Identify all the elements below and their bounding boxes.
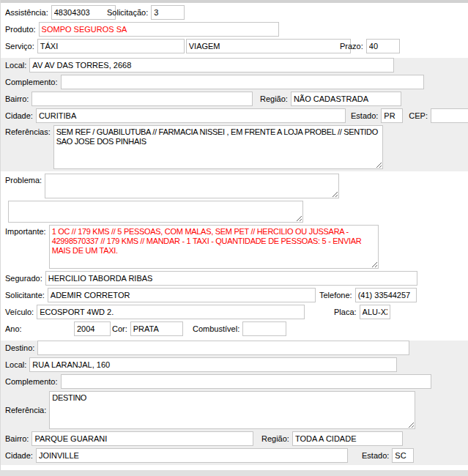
row-bairro-origem: Bairro: Região: [1,92,468,106]
produto-input[interactable] [39,22,279,37]
referencia-destino-label: Referência: [5,406,46,414]
destino-label: Destino: [5,343,34,352]
row-observacao [1,201,468,223]
cidade-label: Cidade: [5,111,33,120]
local-destino-input[interactable] [29,357,397,372]
estado-destino-label: Estado: [362,451,389,460]
regiao-destino-group: Região: [261,431,403,446]
produto-label: Produto: [5,25,36,34]
veiculo-input[interactable] [37,305,305,319]
destino-input[interactable] [37,341,409,355]
veiculo-label: Veículo: [5,308,34,316]
cor-input[interactable] [130,321,183,336]
referencias-textarea[interactable]: SEM REF / GUABILUTUBA // FARMACIA NISSEI… [53,125,383,169]
row-servico: Serviço: Prazo: [1,39,468,53]
complemento-label: Complemento: [5,78,58,86]
observacao-textarea[interactable] [8,201,303,223]
regiao-destino-input[interactable] [292,431,403,446]
row-segurado: Segurado: [1,271,468,286]
problema-textarea[interactable] [45,174,339,198]
placa-group: Placa: [334,305,390,319]
cep-label: CEP: [409,111,428,120]
importante-textarea[interactable]: 1 OC // 179 KMS // 5 PESSOAS, COM MALAS,… [49,225,379,269]
combustivel-group: Combustível: [193,321,286,336]
row-referencia-destino: Referência: DESTINO [1,391,468,429]
servico-type-input[interactable] [186,39,351,53]
cep-input[interactable] [431,108,468,123]
footer-strip [0,470,468,476]
servico-label: Serviço: [5,42,34,51]
referencia-destino-textarea[interactable]: DESTINO [49,391,415,429]
row-ano: Ano: Cor: Combustível: [1,321,468,336]
row-destino: Destino: [1,341,468,355]
local-destino-label: Local: [5,360,26,369]
prazo-label: Prazo: [340,42,363,51]
bairro-label: Bairro: [5,94,29,103]
top-strip [1,0,468,3]
row-complemento-destino: Complemento: [1,374,468,389]
assistencia-label: Assistência: [5,8,48,17]
cor-group: Cor: [112,321,183,336]
complemento-input[interactable] [61,75,424,89]
servico-input[interactable] [37,39,185,53]
ano-group [74,321,111,336]
regiao-group: Região: [260,92,401,106]
regiao-label: Região: [260,94,288,103]
segurado-label: Segurado: [5,274,42,283]
importante-label: Importante: [5,227,46,236]
prazo-input[interactable] [366,39,400,53]
row-complemento-origem: Complemento: [1,75,468,89]
solicitacao-label: Solicitação: [107,8,148,17]
placa-input[interactable] [360,305,390,319]
row-local-origem: Local: [1,58,468,72]
estado-destino-group: Estado: [362,448,414,463]
telefone-input[interactable] [355,288,417,302]
cidade-input[interactable] [36,108,346,123]
prazo-group: Prazo: [340,39,400,53]
placa-label: Placa: [334,308,357,316]
bairro-destino-input[interactable] [31,431,253,446]
solicitacao-group: Solicitação: [107,5,185,20]
segurado-input[interactable] [45,271,417,286]
complemento-destino-label: Complemento: [5,377,58,386]
assistance-form: Assistência: Solicitação: Produto: Servi… [0,0,468,476]
combustivel-input[interactable] [242,321,286,336]
origin-section: Local: Complemento: Bairro: Região: Cida… [1,58,468,171]
row-cidade-origem: Cidade: Estado: CEP: [1,108,468,123]
local-input[interactable] [29,58,394,72]
estado-destino-input[interactable] [392,448,414,463]
cidade-destino-input[interactable] [36,448,348,463]
telefone-group: Telefone: [319,288,417,302]
bairro-destino-label: Bairro: [5,434,29,443]
referencias-label: Referências: [5,127,51,136]
regiao-destino-label: Região: [261,434,289,443]
local-label: Local: [5,61,26,70]
ano-input[interactable] [74,321,111,336]
telefone-label: Telefone: [319,291,352,300]
estado-cep-group: Estado: CEP: [351,108,468,123]
destination-section: Destino: Local: Complemento: Referência:… [1,341,468,465]
combustivel-label: Combustível: [193,324,239,333]
notes-section: Problema: Importante: 1 OC // 179 KMS //… [1,174,468,338]
row-assistencia: Assistência: Solicitação: [1,5,468,20]
header-section: Assistência: Solicitação: Produto: Servi… [1,5,468,56]
problema-label: Problema: [5,176,42,185]
row-local-destino: Local: [1,357,468,372]
complemento-destino-input[interactable] [61,374,431,389]
row-solicitante: Solicitante: Telefone: [1,288,468,302]
solicitacao-input[interactable] [151,5,185,20]
ano-label: Ano: [5,324,22,333]
row-importante: Importante: 1 OC // 179 KMS // 5 PESSOAS… [1,225,468,269]
solicitante-input[interactable] [48,288,316,302]
estado-input[interactable] [381,108,403,123]
estado-label: Estado: [351,111,378,120]
row-bairro-destino: Bairro: Região: [1,431,468,446]
row-veiculo: Veículo: Placa: [1,305,468,319]
row-produto: Produto: [1,22,468,37]
cidade-destino-label: Cidade: [5,451,33,460]
bairro-input[interactable] [31,92,253,106]
solicitante-label: Solicitante: [5,291,45,300]
regiao-input[interactable] [291,92,401,106]
row-referencias: Referências: SEM REF / GUABILUTUBA // FA… [1,125,468,169]
assistencia-input[interactable] [51,5,116,20]
